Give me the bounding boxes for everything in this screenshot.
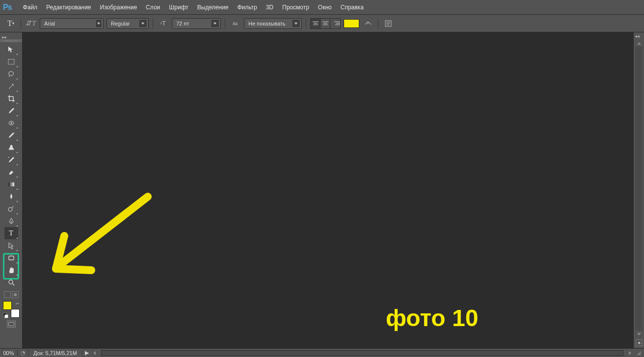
shape-tool[interactable] bbox=[4, 252, 18, 264]
panel-grip[interactable] bbox=[0, 39, 22, 42]
color-swatches: ⤺ bbox=[3, 301, 20, 318]
text-orientation-button[interactable]: ⇵T bbox=[25, 18, 37, 29]
tool-preset-type-icon[interactable]: T▾ bbox=[5, 18, 17, 29]
dodge-tool[interactable] bbox=[4, 203, 18, 215]
align-center-button[interactable] bbox=[321, 19, 330, 28]
antialias-value: Не показывать bbox=[248, 21, 290, 26]
background-color-swatch[interactable] bbox=[11, 309, 20, 318]
menu-type[interactable]: Шрифт bbox=[169, 4, 188, 11]
separator bbox=[153, 18, 153, 29]
app-logo: Ps bbox=[3, 3, 12, 12]
pen-tool[interactable] bbox=[4, 215, 18, 227]
tools-panel: ▸▸ T bbox=[0, 32, 23, 348]
svg-point-9 bbox=[9, 280, 13, 284]
status-bar: 00% ◔ Док: 5,71M/5,21M ▶ ◢ bbox=[0, 348, 644, 357]
text-align-group bbox=[310, 18, 341, 29]
hscroll-right-button[interactable] bbox=[626, 350, 633, 356]
align-left-button[interactable] bbox=[311, 19, 321, 28]
foreground-color-swatch[interactable] bbox=[3, 301, 12, 310]
chevron-down-icon bbox=[212, 20, 218, 27]
separator bbox=[306, 18, 306, 29]
options-bar: T▾ ⇵T Arial Regular тT 72 пт aa Не показ… bbox=[0, 15, 644, 32]
healing-brush-tool[interactable] bbox=[4, 117, 18, 129]
hscroll-left-button[interactable] bbox=[91, 350, 98, 356]
panel-expand-icon[interactable]: ▸▸ bbox=[0, 34, 22, 39]
menu-select[interactable]: Выделение bbox=[197, 4, 229, 11]
menu-layers[interactable]: Слои bbox=[146, 4, 160, 11]
swap-colors-icon[interactable]: ⤺ bbox=[16, 301, 20, 306]
font-size-value: 72 пт bbox=[176, 21, 209, 26]
vertical-scrollbar[interactable] bbox=[635, 47, 643, 331]
font-weight-value: Regular bbox=[111, 21, 136, 26]
document-canvas[interactable]: фото 10 bbox=[23, 32, 633, 348]
annotation-text: фото 10 bbox=[386, 305, 478, 332]
move-tool[interactable] bbox=[4, 43, 18, 55]
app-root: Ps Файл Редактирование Изображение Слои … bbox=[0, 0, 644, 357]
scroll-up-button[interactable] bbox=[634, 40, 644, 47]
type-tool[interactable]: T bbox=[4, 227, 18, 239]
svg-rect-5 bbox=[8, 59, 14, 64]
svg-rect-6 bbox=[8, 182, 14, 186]
font-size-icon: тT bbox=[157, 18, 169, 29]
menu-filter[interactable]: Фильтр bbox=[237, 4, 257, 11]
eraser-tool[interactable] bbox=[4, 166, 18, 178]
warp-text-button[interactable]: T bbox=[362, 18, 374, 29]
clone-stamp-tool[interactable] bbox=[4, 141, 18, 153]
svg-line-10 bbox=[59, 197, 148, 265]
right-panel-gutter: ◂◂ ✦ bbox=[633, 32, 644, 348]
antialias-select[interactable]: Не показывать bbox=[244, 18, 302, 29]
chevron-down-icon bbox=[139, 20, 146, 27]
menu-help[interactable]: Справка bbox=[341, 4, 364, 11]
status-preview-icon[interactable]: ◔ bbox=[18, 350, 28, 356]
font-size-select[interactable]: 72 пт bbox=[172, 18, 221, 29]
horizontal-scrollbar[interactable] bbox=[101, 350, 623, 356]
chevron-down-icon bbox=[96, 20, 101, 27]
menu-3d[interactable]: 3D bbox=[266, 4, 273, 11]
character-panel-button[interactable] bbox=[382, 18, 394, 29]
antialias-icon: aa bbox=[229, 18, 241, 29]
panel-collapse-icon[interactable]: ◂◂ bbox=[634, 32, 644, 40]
text-color-swatch[interactable] bbox=[344, 19, 359, 28]
default-colors-icon[interactable] bbox=[3, 313, 8, 318]
svg-line-12 bbox=[56, 269, 91, 270]
menu-edit[interactable]: Редактирование bbox=[46, 4, 91, 11]
eyedropper-tool[interactable] bbox=[4, 104, 18, 117]
annotation-arrow bbox=[37, 189, 155, 282]
history-brush-tool[interactable] bbox=[4, 153, 18, 166]
font-family-select[interactable]: Arial bbox=[40, 18, 104, 29]
menu-view[interactable]: Просмотр bbox=[282, 4, 309, 11]
separator bbox=[21, 18, 21, 29]
quick-mask-mode-icon[interactable] bbox=[12, 291, 19, 298]
scroll-down-button[interactable] bbox=[634, 331, 644, 337]
screen-mode-button[interactable] bbox=[7, 321, 16, 328]
edit-mode-toggle[interactable] bbox=[4, 291, 19, 298]
menu-file[interactable]: Файл bbox=[23, 4, 38, 11]
marquee-tool[interactable] bbox=[4, 55, 18, 68]
gradient-tool[interactable] bbox=[4, 178, 18, 190]
add-panel-button[interactable]: ✦ bbox=[636, 339, 643, 346]
menu-image[interactable]: Изображение bbox=[100, 4, 137, 11]
document-info[interactable]: Док: 5,71M/5,21M bbox=[28, 350, 82, 356]
separator bbox=[378, 18, 378, 29]
crop-tool[interactable] bbox=[4, 92, 18, 104]
workspace: ▸▸ T bbox=[0, 32, 644, 348]
svg-rect-8 bbox=[9, 256, 14, 260]
align-right-button[interactable] bbox=[330, 19, 340, 28]
svg-text:T: T bbox=[367, 21, 369, 25]
magic-wand-tool[interactable] bbox=[4, 80, 18, 92]
standard-mode-icon[interactable] bbox=[4, 291, 11, 298]
menu-bar: Ps Файл Редактирование Изображение Слои … bbox=[0, 0, 644, 15]
brush-tool[interactable] bbox=[4, 129, 18, 141]
resize-corner-icon: ◢ bbox=[633, 349, 644, 357]
svg-point-7 bbox=[8, 207, 12, 211]
zoom-tool[interactable] bbox=[4, 276, 18, 288]
status-flyout-icon[interactable]: ▶ bbox=[82, 350, 91, 356]
lasso-tool[interactable] bbox=[4, 68, 18, 80]
hand-tool[interactable] bbox=[4, 264, 18, 276]
path-selection-tool[interactable] bbox=[4, 239, 18, 252]
separator bbox=[225, 18, 225, 29]
menu-window[interactable]: Окно bbox=[318, 4, 332, 11]
font-weight-select[interactable]: Regular bbox=[107, 18, 149, 29]
blur-tool[interactable] bbox=[4, 190, 18, 203]
zoom-level[interactable]: 00% bbox=[0, 350, 18, 356]
